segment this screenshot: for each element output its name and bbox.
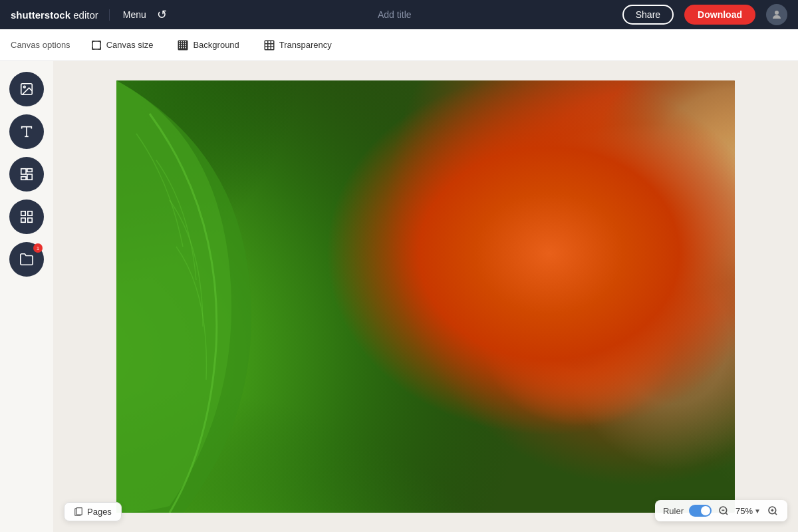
files-icon	[19, 252, 34, 267]
svg-line-44	[775, 513, 777, 515]
svg-point-36	[466, 313, 472, 320]
image-icon	[19, 82, 34, 96]
zoom-out-button[interactable]	[717, 504, 730, 517]
background-icon	[177, 39, 189, 51]
menu-label: Menu	[123, 9, 146, 20]
ruler-label: Ruler	[663, 506, 684, 516]
svg-line-41	[726, 513, 728, 515]
canvas-photo	[116, 80, 735, 513]
sidebar-item-images[interactable]	[9, 72, 44, 106]
title-field[interactable]: Add title	[178, 9, 612, 20]
svg-rect-25	[28, 211, 32, 215]
svg-point-30	[116, 80, 515, 440]
logo: shutterstock editor	[11, 9, 98, 21]
menu-button[interactable]: Menu	[123, 9, 146, 20]
canvas-size-icon	[90, 39, 102, 51]
background-button[interactable]: Background	[168, 35, 248, 55]
svg-point-29	[116, 80, 642, 513]
canvas-image	[116, 80, 735, 513]
elements-icon	[19, 209, 34, 224]
avatar[interactable]	[766, 4, 787, 25]
svg-rect-22	[27, 174, 32, 180]
transparency-icon	[263, 39, 275, 51]
svg-point-32	[257, 80, 735, 513]
user-icon	[771, 9, 783, 21]
canvas-size-button[interactable]: Canvas size	[81, 35, 163, 55]
sidebar-item-text[interactable]	[9, 114, 44, 149]
template-icon	[19, 167, 34, 182]
pages-button[interactable]: Pages	[64, 502, 122, 521]
undo-button[interactable]: ↺	[157, 9, 167, 21]
svg-rect-1	[92, 41, 100, 49]
zoom-controls: Ruler 75% ▼	[655, 500, 787, 521]
zoom-chevron-icon: ▼	[754, 507, 761, 515]
pages-icon	[74, 507, 83, 517]
svg-rect-39	[76, 507, 82, 515]
svg-rect-26	[28, 218, 32, 222]
ruler-toggle[interactable]	[689, 505, 712, 517]
files-badge: 1	[33, 243, 43, 253]
sidebar-item-templates[interactable]	[9, 157, 44, 192]
svg-rect-11	[265, 41, 274, 50]
svg-point-34	[389, 187, 611, 303]
svg-rect-23	[21, 177, 26, 180]
svg-point-37	[559, 337, 565, 342]
ruler-toggle-thumb	[701, 506, 710, 515]
text-icon	[19, 124, 34, 139]
svg-rect-20	[21, 169, 26, 174]
svg-rect-24	[21, 211, 25, 215]
sidebar-item-elements[interactable]	[9, 200, 44, 234]
canvas-toolbar: Canvas options Canvas size Background	[0, 29, 798, 61]
download-button[interactable]: Download	[684, 5, 755, 25]
svg-rect-27	[21, 218, 25, 222]
zoom-in-button[interactable]	[766, 504, 779, 517]
svg-rect-28	[116, 80, 735, 513]
sidebar-item-files[interactable]: 1	[9, 242, 44, 277]
top-nav: shutterstock editor Menu ↺ Add title Sha…	[0, 0, 798, 29]
canvas-options-label: Canvas options	[11, 40, 70, 50]
svg-point-17	[23, 86, 25, 88]
zoom-out-icon	[718, 505, 729, 516]
logo-area: shutterstock editor	[11, 9, 110, 21]
svg-point-35	[395, 80, 735, 513]
sidebar: 1	[0, 61, 53, 532]
zoom-in-icon	[767, 505, 778, 516]
zoom-value[interactable]: 75% ▼	[735, 506, 761, 516]
main-area: 1	[0, 61, 798, 532]
share-button[interactable]: Share	[622, 5, 674, 25]
svg-point-33	[394, 80, 735, 432]
canvas-area[interactable]: Pages Ruler 75% ▼	[53, 61, 798, 532]
svg-point-31	[116, 203, 648, 513]
svg-point-0	[775, 11, 779, 15]
svg-rect-21	[27, 169, 32, 172]
transparency-button[interactable]: Transparency	[254, 35, 341, 55]
